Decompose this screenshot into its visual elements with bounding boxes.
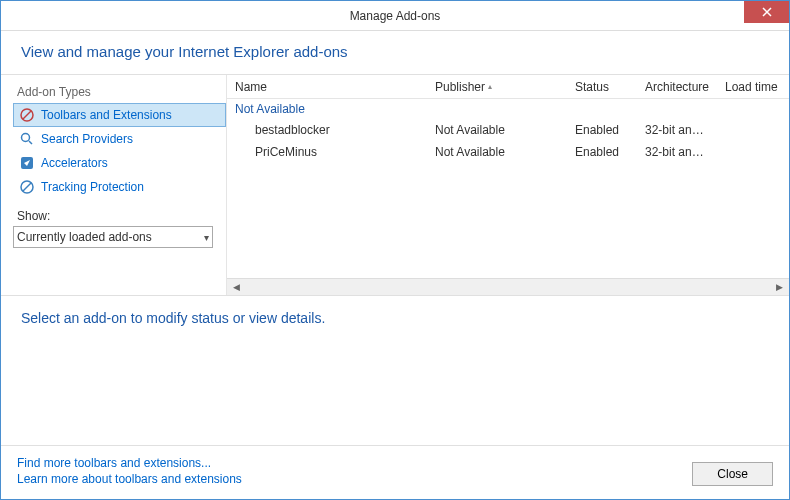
- detail-prompt: Select an add-on to modify status or vie…: [21, 310, 325, 326]
- window-title: Manage Add-ons: [1, 9, 789, 23]
- grid-body: Not Available bestadblocker Not Availabl…: [227, 99, 789, 278]
- footer: Find more toolbars and extensions... Lea…: [1, 445, 789, 498]
- accelerator-icon: [19, 155, 35, 171]
- show-dropdown-value: Currently loaded add-ons: [17, 230, 152, 244]
- search-icon: [19, 131, 35, 147]
- titlebar: Manage Add-ons: [1, 1, 789, 31]
- addon-grid: Name Publisher▴ Status Architecture Load…: [226, 75, 789, 295]
- cell-architecture: 32-bit and ...: [637, 143, 717, 161]
- sidebar-item-tracking-protection[interactable]: Tracking Protection: [13, 175, 226, 199]
- chevron-down-icon: ▾: [204, 232, 209, 243]
- scroll-right-icon[interactable]: ▶: [772, 281, 787, 294]
- cell-architecture: 32-bit and ...: [637, 121, 717, 139]
- sidebar: Add-on Types Toolbars and Extensions Sea…: [1, 75, 226, 295]
- block-icon: [19, 179, 35, 195]
- toolbar-icon: [19, 107, 35, 123]
- column-header-publisher[interactable]: Publisher▴: [427, 75, 567, 98]
- sidebar-item-label: Accelerators: [41, 156, 108, 170]
- scroll-left-icon[interactable]: ◀: [229, 281, 244, 294]
- table-row[interactable]: bestadblocker Not Available Enabled 32-b…: [227, 119, 789, 141]
- sidebar-item-toolbars-extensions[interactable]: Toolbars and Extensions: [13, 103, 226, 127]
- show-label: Show:: [13, 209, 226, 223]
- close-button[interactable]: Close: [692, 462, 773, 486]
- footer-links: Find more toolbars and extensions... Lea…: [17, 456, 242, 486]
- grid-header: Name Publisher▴ Status Architecture Load…: [227, 75, 789, 99]
- sidebar-item-search-providers[interactable]: Search Providers: [13, 127, 226, 151]
- learn-more-link[interactable]: Learn more about toolbars and extensions: [17, 472, 242, 486]
- find-more-link[interactable]: Find more toolbars and extensions...: [17, 456, 242, 470]
- group-row[interactable]: Not Available: [227, 99, 789, 119]
- close-icon: [762, 7, 772, 17]
- column-header-status[interactable]: Status: [567, 75, 637, 98]
- column-header-load-time[interactable]: Load time: [717, 75, 789, 98]
- column-header-architecture[interactable]: Architecture: [637, 75, 717, 98]
- sort-ascending-icon: ▴: [488, 82, 492, 91]
- horizontal-scrollbar[interactable]: ◀ ▶: [227, 278, 789, 295]
- cell-name: bestadblocker: [227, 121, 427, 139]
- cell-name: PriCeMinus: [227, 143, 427, 161]
- addon-types-label: Add-on Types: [13, 85, 226, 99]
- show-dropdown[interactable]: Currently loaded add-ons ▾: [13, 226, 213, 248]
- sidebar-item-label: Search Providers: [41, 132, 133, 146]
- cell-publisher: Not Available: [427, 143, 567, 161]
- svg-point-1: [22, 134, 30, 142]
- sidebar-item-accelerators[interactable]: Accelerators: [13, 151, 226, 175]
- column-header-name[interactable]: Name: [227, 75, 427, 98]
- cell-publisher: Not Available: [427, 121, 567, 139]
- header-text: View and manage your Internet Explorer a…: [21, 43, 769, 60]
- cell-status: Enabled: [567, 121, 637, 139]
- body: Add-on Types Toolbars and Extensions Sea…: [1, 75, 789, 295]
- cell-status: Enabled: [567, 143, 637, 161]
- window-close-button[interactable]: [744, 1, 789, 23]
- sidebar-item-label: Toolbars and Extensions: [41, 108, 172, 122]
- table-row[interactable]: PriCeMinus Not Available Enabled 32-bit …: [227, 141, 789, 163]
- sidebar-item-label: Tracking Protection: [41, 180, 144, 194]
- header: View and manage your Internet Explorer a…: [1, 31, 789, 75]
- detail-panel: Select an add-on to modify status or vie…: [1, 295, 789, 445]
